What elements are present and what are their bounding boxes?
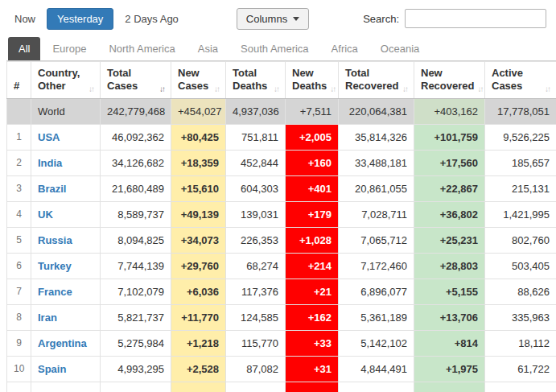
- total-cases-cell: 8,094,825: [101, 227, 171, 253]
- table-row: 10Spain4,993,295+2,52887,082+314,844,491…: [7, 356, 556, 382]
- two-days-ago-button[interactable]: 2 Days Ago: [125, 13, 179, 25]
- active-cases-cell: 17,778,051: [485, 98, 556, 124]
- column-header-total-cases[interactable]: TotalCases↓↑: [101, 62, 171, 99]
- total-cases-cell: 5,821,737: [101, 304, 171, 330]
- active-cases-cell: 18,112: [485, 330, 556, 356]
- total-deaths-cell: 452,844: [226, 150, 286, 175]
- tab-north-america[interactable]: North America: [98, 37, 185, 60]
- partial-cell: [226, 382, 286, 392]
- new-recovered-cell: +5,155: [414, 279, 485, 304]
- column-header-total-recovered[interactable]: TotalRecovered↓↑: [339, 62, 414, 99]
- country-cell: Iran: [31, 304, 101, 330]
- new-cases-cell: +1,218: [171, 330, 226, 356]
- total-cases-cell: 8,589,737: [101, 201, 171, 227]
- tab-oceania[interactable]: Oceania: [370, 37, 430, 60]
- country-link[interactable]: Argentina: [38, 337, 87, 349]
- new-recovered-cell: +25,231: [414, 227, 485, 253]
- sort-icon: ↓↑: [542, 85, 550, 93]
- covid-stats-table: #Country,Other↓↑TotalCases↓↑NewCases↓↑To…: [6, 61, 556, 392]
- tab-asia[interactable]: Asia: [187, 37, 229, 60]
- column-header-label: NewRecovered: [421, 67, 474, 93]
- tab-europe[interactable]: Europe: [42, 37, 97, 60]
- columns-dropdown-button[interactable]: Columns: [237, 8, 309, 30]
- total-deaths-cell: 139,031: [226, 201, 286, 227]
- new-recovered-cell: +13,706: [414, 304, 485, 330]
- tab-all[interactable]: All: [8, 37, 40, 60]
- new-cases-cell: +2,528: [171, 356, 226, 382]
- country-link[interactable]: UK: [38, 208, 53, 221]
- row-rank: 10: [7, 356, 31, 382]
- column-header-label: TotalDeaths: [233, 67, 267, 93]
- table-header-row: #Country,Other↓↑TotalCases↓↑NewCases↓↑To…: [7, 62, 556, 99]
- column-header-new-deaths[interactable]: NewDeaths↓↑: [286, 62, 339, 99]
- country-cell: USA: [31, 124, 101, 150]
- row-rank: 4: [7, 201, 31, 227]
- row-rank: 9: [7, 330, 31, 356]
- sort-icon: ↓↑: [474, 85, 482, 93]
- country-cell: Argentina: [31, 330, 101, 356]
- active-cases-cell: 61,722: [485, 356, 556, 382]
- country-link[interactable]: France: [38, 286, 72, 298]
- tab-south-america[interactable]: South America: [230, 37, 319, 60]
- active-cases-cell: 335,963: [485, 304, 556, 330]
- active-cases-cell: 88,626: [485, 279, 556, 304]
- column-header-rank: #: [7, 62, 31, 99]
- total-deaths-cell: 751,811: [226, 124, 286, 150]
- country-cell: India: [31, 150, 101, 175]
- column-header-label: NewCases: [178, 67, 208, 93]
- country-cell: Russia: [31, 227, 101, 253]
- new-recovered-cell: +36,802: [414, 201, 485, 227]
- table-row: 1USA46,092,362+80,425751,811+2,00535,814…: [7, 124, 556, 150]
- partial-cell: [101, 382, 171, 392]
- yesterday-button[interactable]: Yesterday: [47, 8, 113, 30]
- tab-africa[interactable]: Africa: [321, 37, 369, 60]
- new-recovered-cell: +28,803: [414, 253, 485, 279]
- country-link[interactable]: Iran: [38, 312, 57, 324]
- column-header-label: TotalCases: [107, 67, 138, 93]
- new-recovered-cell: +22,867: [414, 175, 485, 201]
- country-link[interactable]: Brazil: [38, 183, 66, 195]
- total-deaths-cell: 604,303: [226, 175, 286, 201]
- new-deaths-cell: +31: [286, 356, 339, 382]
- total-cases-cell: 4,993,295: [101, 356, 171, 382]
- total-deaths-cell: 124,585: [226, 304, 286, 330]
- country-link[interactable]: India: [38, 157, 62, 169]
- country-link[interactable]: USA: [38, 131, 60, 143]
- covid-stats-page: Now Yesterday 2 Days Ago Columns Search:…: [0, 0, 556, 392]
- column-header-active-cases[interactable]: ActiveCases↓↑: [485, 62, 556, 99]
- column-header-total-deaths[interactable]: TotalDeaths↓↑: [226, 62, 286, 99]
- table-row: 9Argentina5,275,984+1,218115,770+335,142…: [7, 330, 556, 356]
- total-cases-cell: 21,680,489: [101, 175, 171, 201]
- column-header-new-recovered[interactable]: NewRecovered↓↑: [414, 62, 485, 99]
- new-cases-cell: +49,139: [171, 201, 226, 227]
- column-header-new-cases[interactable]: NewCases↓↑: [171, 62, 226, 99]
- partial-cell: [485, 382, 556, 392]
- total-recovered-cell: 4,844,491: [339, 356, 414, 382]
- new-recovered-cell: +17,560: [414, 150, 485, 175]
- total-recovered-cell: 20,861,055: [339, 175, 414, 201]
- total-deaths-cell: 87,082: [226, 356, 286, 382]
- total-recovered-cell: 33,488,181: [339, 150, 414, 175]
- country-link[interactable]: Spain: [38, 363, 66, 375]
- new-cases-cell: +34,073: [171, 227, 226, 253]
- country-link[interactable]: Turkey: [38, 260, 72, 272]
- new-deaths-cell: +162: [286, 304, 339, 330]
- column-header-country[interactable]: Country,Other↓↑: [31, 62, 101, 99]
- active-cases-cell: 503,405: [485, 253, 556, 279]
- partial-cell: [286, 382, 339, 392]
- total-recovered-cell: 7,065,712: [339, 227, 414, 253]
- new-cases-cell: +6,036: [171, 279, 226, 304]
- country-link[interactable]: Russia: [38, 234, 72, 246]
- column-header-label: NewDeaths: [292, 67, 327, 93]
- now-button[interactable]: Now: [14, 13, 35, 25]
- new-recovered-cell: +814: [414, 330, 485, 356]
- new-cases-cell: +11,770: [171, 304, 226, 330]
- row-rank: 5: [7, 227, 31, 253]
- column-header-label: Country,Other: [38, 67, 80, 93]
- table-row: 2India34,126,682+18,359452,844+16033,488…: [7, 150, 556, 175]
- sort-icon: ↓↑: [327, 85, 335, 93]
- table-row-partial: [7, 382, 556, 392]
- search-input[interactable]: [405, 9, 546, 28]
- country-cell: UK: [31, 201, 101, 227]
- active-cases-cell: 215,131: [485, 175, 556, 201]
